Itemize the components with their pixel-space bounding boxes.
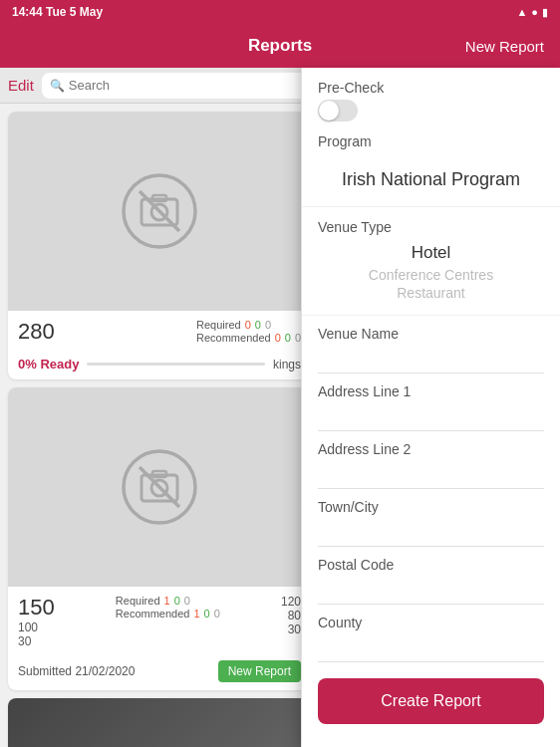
rec-dot-2: 0 xyxy=(285,332,291,344)
edit-button[interactable]: Edit xyxy=(8,77,34,94)
card-image-dark xyxy=(8,698,311,747)
postal-code-field: Postal Code xyxy=(302,547,560,605)
rec-dot2-2: 0 xyxy=(204,608,210,620)
card-number-2: 150 xyxy=(18,595,55,621)
program-value[interactable]: Irish National Program xyxy=(302,153,560,207)
signal-icon: ● xyxy=(531,6,538,18)
card-info-1: 280 Required 0 0 0 Recommended xyxy=(8,311,311,353)
address-line1-input[interactable] xyxy=(318,403,544,431)
nav-bar: Reports New Report xyxy=(0,24,560,68)
rec-dot-1: 0 xyxy=(275,332,281,344)
postal-code-input[interactable] xyxy=(318,577,544,605)
venue-hotel[interactable]: Hotel xyxy=(318,243,544,263)
card-info-2: 150 100 30 Required 1 0 0 xyxy=(8,587,311,656)
venue-type-section: Venue Type Hotel Conference Centres Rest… xyxy=(302,207,560,316)
cards-list: 280 Required 0 0 0 Recommended xyxy=(0,104,319,747)
submitted-text: Submitted 21/02/2020 xyxy=(18,664,135,678)
search-wrapper: 🔍 xyxy=(42,73,311,99)
main-area: Edit 🔍 280 xyxy=(0,68,560,747)
venue-conference[interactable]: Conference Centres xyxy=(318,267,544,283)
address-line1-field: Address Line 1 xyxy=(302,374,560,431)
search-icon: 🔍 xyxy=(50,79,65,93)
right-panel: Pre-Check Program Irish National Program… xyxy=(301,68,560,747)
address-line2-input[interactable] xyxy=(318,461,544,489)
card-location-1: kings xyxy=(273,358,301,372)
rec-dot2-1: 1 xyxy=(193,608,199,620)
venue-type-label: Venue Type xyxy=(318,219,544,235)
county-input[interactable] xyxy=(318,634,544,662)
card-stats-2: Required 1 0 0 Recommended 1 0 xyxy=(116,595,220,621)
address-line1-label: Address Line 1 xyxy=(318,383,544,399)
venue-options: Hotel Conference Centres Restaurant xyxy=(318,243,544,301)
no-photo-icon-2 xyxy=(120,447,199,527)
address-line2-label: Address Line 2 xyxy=(318,441,544,457)
req-dot-3: 0 xyxy=(265,319,271,331)
card-sub-numbers: 100 30 xyxy=(18,621,55,648)
required-label-1: Required xyxy=(196,319,241,331)
recommended-label-1: Recommended xyxy=(196,332,271,344)
toggle-row xyxy=(318,100,544,122)
wifi-icon: ▲ xyxy=(516,6,527,18)
status-time: 14:44 Tue 5 May xyxy=(12,5,103,19)
ready-pct-1: 0% Ready xyxy=(18,357,79,372)
create-report-button[interactable]: Create Report xyxy=(318,678,544,724)
venue-restaurant[interactable]: Restaurant xyxy=(318,285,544,301)
card-right-numbers: 120 80 30 xyxy=(281,595,301,636)
card-footer-2: Submitted 21/02/2020 New Report xyxy=(8,656,311,690)
pre-check-label: Pre-Check xyxy=(318,80,544,96)
county-label: County xyxy=(318,615,544,630)
req-dot-2: 0 xyxy=(255,319,261,331)
card-image-1 xyxy=(8,112,311,311)
req-dot2-2: 0 xyxy=(174,595,180,607)
county-field: County xyxy=(302,605,560,662)
pre-check-toggle[interactable] xyxy=(318,100,358,122)
status-bar: 14:44 Tue 5 May ▲ ● ▮ xyxy=(0,0,560,24)
toggle-knob xyxy=(319,101,339,121)
report-card-2[interactable]: 150 100 30 Required 1 0 0 xyxy=(8,387,311,690)
recommended-label-2: Recommended xyxy=(116,608,190,620)
town-city-label: Town/City xyxy=(318,499,544,515)
required-label-2: Required xyxy=(116,595,160,607)
card-number-1: 280 xyxy=(18,319,55,345)
status-icons: ▲ ● ▮ xyxy=(516,6,548,19)
postal-code-label: Postal Code xyxy=(318,557,544,573)
search-input[interactable] xyxy=(69,78,303,93)
left-panel: Edit 🔍 280 xyxy=(0,68,319,747)
search-bar: Edit 🔍 xyxy=(0,68,319,104)
card-footer-1: 0% Ready kings xyxy=(8,353,311,379)
req-dot-1: 0 xyxy=(245,319,251,331)
report-card-1[interactable]: 280 Required 0 0 0 Recommended xyxy=(8,112,311,379)
address-line2-field: Address Line 2 xyxy=(302,431,560,489)
req-dot2-1: 1 xyxy=(164,595,170,607)
venue-name-field: Venue Name xyxy=(302,316,560,374)
card-stats-1: Required 0 0 0 Recommended 0 0 xyxy=(196,319,301,345)
ready-bar-1 xyxy=(87,363,265,366)
nav-title: Reports xyxy=(248,36,312,56)
venue-name-input[interactable] xyxy=(318,346,544,374)
no-photo-icon xyxy=(120,171,199,251)
new-report-nav-button[interactable]: New Report xyxy=(465,38,544,55)
battery-icon: ▮ xyxy=(542,6,548,19)
pre-check-section: Pre-Check Program xyxy=(302,68,560,153)
req-dot2-3: 0 xyxy=(184,595,190,607)
card-image-3 xyxy=(8,698,311,747)
new-report-button-card[interactable]: New Report xyxy=(218,660,301,682)
report-card-3[interactable] xyxy=(8,698,311,747)
town-city-input[interactable] xyxy=(318,519,544,547)
rec-dot2-3: 0 xyxy=(214,608,220,620)
card-image-2 xyxy=(8,387,311,587)
program-label: Program xyxy=(318,133,544,149)
town-city-field: Town/City xyxy=(302,489,560,547)
venue-name-label: Venue Name xyxy=(318,326,544,342)
